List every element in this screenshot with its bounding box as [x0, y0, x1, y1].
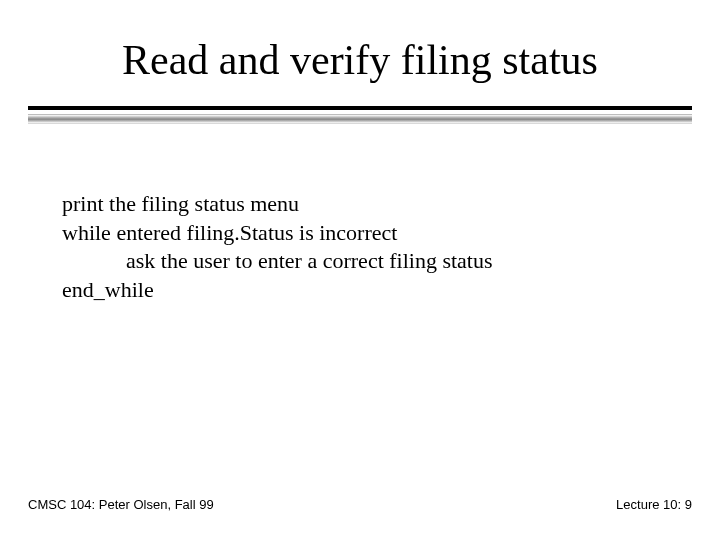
- pseudocode-block: print the filing status menu while enter…: [62, 190, 660, 304]
- divider: [28, 106, 692, 124]
- footer-right: Lecture 10: 9: [616, 497, 692, 512]
- pseudocode-line: end_while: [62, 276, 660, 305]
- divider-line: [28, 106, 692, 110]
- slide: Read and verify filing status print the …: [0, 0, 720, 540]
- footer-left: CMSC 104: Peter Olsen, Fall 99: [28, 497, 214, 512]
- pseudocode-line-indented: ask the user to enter a correct filing s…: [62, 247, 660, 276]
- pseudocode-line: print the filing status menu: [62, 190, 660, 219]
- slide-title: Read and verify filing status: [0, 36, 720, 84]
- pseudocode-line: while entered filing.Status is incorrect: [62, 219, 660, 248]
- divider-bar: [28, 114, 692, 124]
